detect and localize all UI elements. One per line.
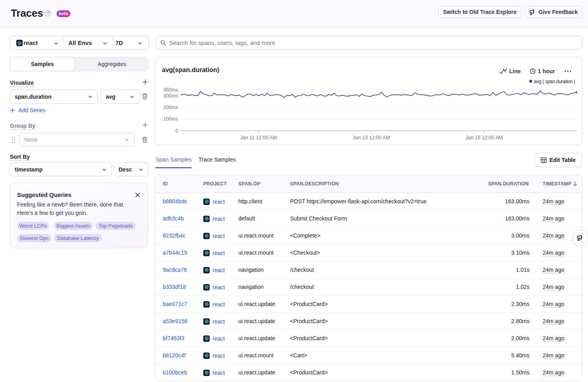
svg-text:Jan 13 12:00 AM: Jan 13 12:00 AM xyxy=(353,135,390,140)
svg-text:Line: Line xyxy=(509,68,521,74)
svg-text:300ms: 300ms xyxy=(163,93,178,99)
svg-text:1 hour: 1 hour xyxy=(538,68,555,74)
svg-text:Jan 11 12:00 AM: Jan 11 12:00 AM xyxy=(240,135,277,140)
svg-text:avg ( span.duration ): avg ( span.duration ) xyxy=(534,79,575,84)
svg-text:200ms: 200ms xyxy=(163,105,178,110)
svg-text:0: 0 xyxy=(175,128,178,134)
svg-text:100ms: 100ms xyxy=(163,116,178,122)
svg-text:Jan 15 12:00 AM: Jan 15 12:00 AM xyxy=(465,135,503,140)
svg-text:350ms: 350ms xyxy=(163,87,178,93)
